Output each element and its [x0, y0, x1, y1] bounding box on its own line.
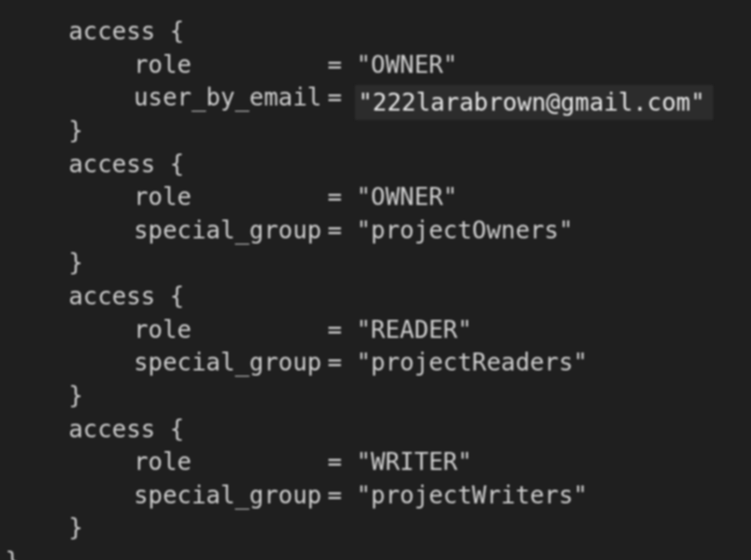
access-block-header: access { [0, 148, 751, 182]
equals-sign: = [327, 183, 357, 211]
field-value: "222larabrown@gmail.com" [355, 85, 714, 120]
code-block: access {role= "OWNER"user_by_email= "222… [0, 0, 751, 560]
equals-sign: = [327, 481, 357, 509]
equals-sign: = [327, 83, 357, 111]
field-value: "projectOwners" [357, 216, 574, 244]
equals-sign: = [327, 316, 357, 344]
field-key: special_group [134, 346, 327, 380]
closing-brace: } [0, 545, 751, 560]
field-value: "projectReaders" [357, 348, 588, 376]
access-block-header: access { [0, 413, 751, 447]
code-line: role= "WRITER" [0, 446, 751, 479]
access-block-footer: } [0, 512, 751, 545]
code-line: user_by_email= "222larabrown@gmail.com" [0, 81, 751, 115]
field-key: role [134, 446, 327, 479]
access-block-header: access { [0, 15, 751, 49]
code-line: role= "OWNER" [0, 181, 751, 214]
equals-sign: = [327, 51, 357, 79]
code-line: special_group= "projectWriters" [0, 479, 751, 513]
field-key: special_group [134, 479, 327, 513]
code-line: role= "READER" [0, 314, 751, 347]
field-value: "OWNER" [357, 51, 458, 79]
access-block-footer: } [0, 380, 751, 413]
equals-sign: = [327, 448, 357, 476]
code-line: role= "OWNER" [0, 49, 751, 82]
field-value: "OWNER" [357, 183, 458, 211]
code-line: special_group= "projectReaders" [0, 346, 751, 380]
field-key: role [134, 181, 327, 214]
field-value: "WRITER" [357, 448, 472, 476]
code-line: special_group= "projectOwners" [0, 214, 751, 248]
access-block-footer: } [0, 247, 751, 280]
field-key: user_by_email [134, 81, 327, 115]
equals-sign: = [327, 348, 357, 376]
field-value: "READER" [357, 316, 472, 344]
field-key: special_group [134, 214, 327, 248]
equals-sign: = [327, 216, 357, 244]
field-key: role [134, 49, 327, 82]
field-key: role [134, 314, 327, 347]
field-value: "projectWriters" [357, 481, 588, 509]
access-block-header: access { [0, 280, 751, 314]
